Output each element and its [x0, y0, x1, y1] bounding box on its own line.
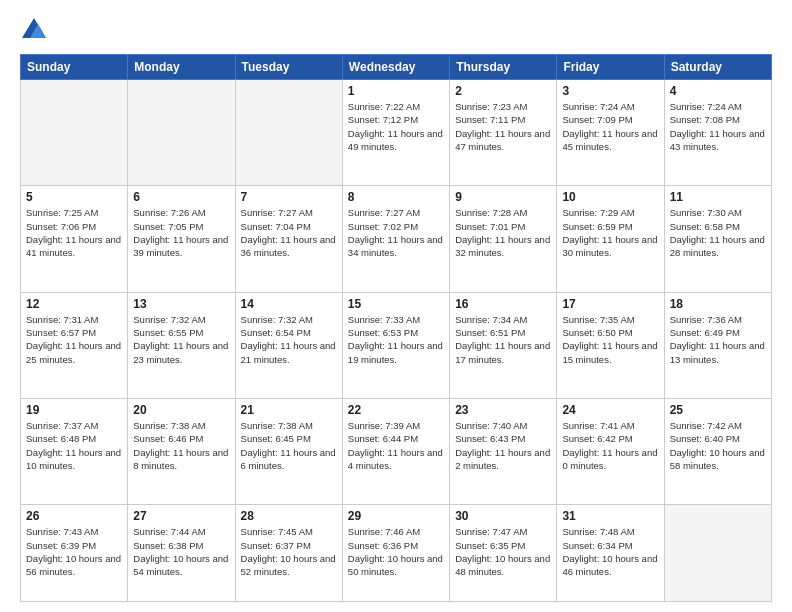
day-info: Sunrise: 7:31 AM Sunset: 6:57 PM Dayligh…: [26, 313, 122, 366]
day-info: Sunrise: 7:36 AM Sunset: 6:49 PM Dayligh…: [670, 313, 766, 366]
day-number: 12: [26, 297, 122, 311]
day-info: Sunrise: 7:42 AM Sunset: 6:40 PM Dayligh…: [670, 419, 766, 472]
day-number: 10: [562, 190, 658, 204]
day-info: Sunrise: 7:27 AM Sunset: 7:02 PM Dayligh…: [348, 206, 444, 259]
day-info: Sunrise: 7:41 AM Sunset: 6:42 PM Dayligh…: [562, 419, 658, 472]
day-number: 1: [348, 84, 444, 98]
day-number: 17: [562, 297, 658, 311]
calendar-cell: 20Sunrise: 7:38 AM Sunset: 6:46 PM Dayli…: [128, 398, 235, 504]
day-number: 16: [455, 297, 551, 311]
calendar-cell: 1Sunrise: 7:22 AM Sunset: 7:12 PM Daylig…: [342, 80, 449, 186]
day-number: 31: [562, 509, 658, 523]
calendar-cell: 10Sunrise: 7:29 AM Sunset: 6:59 PM Dayli…: [557, 186, 664, 292]
week-row-2: 5Sunrise: 7:25 AM Sunset: 7:06 PM Daylig…: [21, 186, 772, 292]
calendar-cell: 19Sunrise: 7:37 AM Sunset: 6:48 PM Dayli…: [21, 398, 128, 504]
calendar-cell: 7Sunrise: 7:27 AM Sunset: 7:04 PM Daylig…: [235, 186, 342, 292]
calendar-header: SundayMondayTuesdayWednesdayThursdayFrid…: [21, 55, 772, 80]
day-number: 8: [348, 190, 444, 204]
calendar-cell: 23Sunrise: 7:40 AM Sunset: 6:43 PM Dayli…: [450, 398, 557, 504]
day-info: Sunrise: 7:40 AM Sunset: 6:43 PM Dayligh…: [455, 419, 551, 472]
day-info: Sunrise: 7:32 AM Sunset: 6:55 PM Dayligh…: [133, 313, 229, 366]
day-info: Sunrise: 7:43 AM Sunset: 6:39 PM Dayligh…: [26, 525, 122, 578]
day-info: Sunrise: 7:45 AM Sunset: 6:37 PM Dayligh…: [241, 525, 337, 578]
day-info: Sunrise: 7:38 AM Sunset: 6:46 PM Dayligh…: [133, 419, 229, 472]
calendar-cell: 16Sunrise: 7:34 AM Sunset: 6:51 PM Dayli…: [450, 292, 557, 398]
weekday-header-wednesday: Wednesday: [342, 55, 449, 80]
calendar-cell: [21, 80, 128, 186]
calendar-cell: 13Sunrise: 7:32 AM Sunset: 6:55 PM Dayli…: [128, 292, 235, 398]
calendar-cell: 28Sunrise: 7:45 AM Sunset: 6:37 PM Dayli…: [235, 505, 342, 602]
day-number: 9: [455, 190, 551, 204]
day-number: 22: [348, 403, 444, 417]
day-number: 24: [562, 403, 658, 417]
calendar-table: SundayMondayTuesdayWednesdayThursdayFrid…: [20, 54, 772, 602]
day-info: Sunrise: 7:25 AM Sunset: 7:06 PM Dayligh…: [26, 206, 122, 259]
day-number: 19: [26, 403, 122, 417]
day-info: Sunrise: 7:35 AM Sunset: 6:50 PM Dayligh…: [562, 313, 658, 366]
day-number: 13: [133, 297, 229, 311]
logo: [20, 16, 52, 44]
calendar-cell: 5Sunrise: 7:25 AM Sunset: 7:06 PM Daylig…: [21, 186, 128, 292]
day-number: 2: [455, 84, 551, 98]
day-number: 5: [26, 190, 122, 204]
weekday-header-saturday: Saturday: [664, 55, 771, 80]
day-info: Sunrise: 7:32 AM Sunset: 6:54 PM Dayligh…: [241, 313, 337, 366]
calendar-cell: 18Sunrise: 7:36 AM Sunset: 6:49 PM Dayli…: [664, 292, 771, 398]
weekday-header-sunday: Sunday: [21, 55, 128, 80]
day-info: Sunrise: 7:34 AM Sunset: 6:51 PM Dayligh…: [455, 313, 551, 366]
day-info: Sunrise: 7:28 AM Sunset: 7:01 PM Dayligh…: [455, 206, 551, 259]
day-info: Sunrise: 7:23 AM Sunset: 7:11 PM Dayligh…: [455, 100, 551, 153]
calendar-cell: 27Sunrise: 7:44 AM Sunset: 6:38 PM Dayli…: [128, 505, 235, 602]
weekday-header-tuesday: Tuesday: [235, 55, 342, 80]
day-number: 28: [241, 509, 337, 523]
day-number: 26: [26, 509, 122, 523]
calendar-cell: [128, 80, 235, 186]
day-info: Sunrise: 7:26 AM Sunset: 7:05 PM Dayligh…: [133, 206, 229, 259]
day-number: 6: [133, 190, 229, 204]
calendar-cell: 17Sunrise: 7:35 AM Sunset: 6:50 PM Dayli…: [557, 292, 664, 398]
calendar-cell: [664, 505, 771, 602]
weekday-header-thursday: Thursday: [450, 55, 557, 80]
day-number: 27: [133, 509, 229, 523]
weekday-header-friday: Friday: [557, 55, 664, 80]
week-row-1: 1Sunrise: 7:22 AM Sunset: 7:12 PM Daylig…: [21, 80, 772, 186]
day-number: 15: [348, 297, 444, 311]
calendar-cell: 2Sunrise: 7:23 AM Sunset: 7:11 PM Daylig…: [450, 80, 557, 186]
calendar-cell: 6Sunrise: 7:26 AM Sunset: 7:05 PM Daylig…: [128, 186, 235, 292]
day-number: 30: [455, 509, 551, 523]
day-info: Sunrise: 7:47 AM Sunset: 6:35 PM Dayligh…: [455, 525, 551, 578]
calendar-cell: 15Sunrise: 7:33 AM Sunset: 6:53 PM Dayli…: [342, 292, 449, 398]
day-info: Sunrise: 7:27 AM Sunset: 7:04 PM Dayligh…: [241, 206, 337, 259]
day-number: 25: [670, 403, 766, 417]
calendar-cell: 11Sunrise: 7:30 AM Sunset: 6:58 PM Dayli…: [664, 186, 771, 292]
calendar-cell: 24Sunrise: 7:41 AM Sunset: 6:42 PM Dayli…: [557, 398, 664, 504]
day-info: Sunrise: 7:24 AM Sunset: 7:08 PM Dayligh…: [670, 100, 766, 153]
week-row-4: 19Sunrise: 7:37 AM Sunset: 6:48 PM Dayli…: [21, 398, 772, 504]
day-info: Sunrise: 7:33 AM Sunset: 6:53 PM Dayligh…: [348, 313, 444, 366]
day-number: 18: [670, 297, 766, 311]
week-row-3: 12Sunrise: 7:31 AM Sunset: 6:57 PM Dayli…: [21, 292, 772, 398]
calendar-cell: 21Sunrise: 7:38 AM Sunset: 6:45 PM Dayli…: [235, 398, 342, 504]
header: [20, 16, 772, 44]
calendar-cell: 31Sunrise: 7:48 AM Sunset: 6:34 PM Dayli…: [557, 505, 664, 602]
day-info: Sunrise: 7:44 AM Sunset: 6:38 PM Dayligh…: [133, 525, 229, 578]
day-number: 20: [133, 403, 229, 417]
calendar-body: 1Sunrise: 7:22 AM Sunset: 7:12 PM Daylig…: [21, 80, 772, 602]
day-info: Sunrise: 7:39 AM Sunset: 6:44 PM Dayligh…: [348, 419, 444, 472]
day-number: 7: [241, 190, 337, 204]
day-number: 3: [562, 84, 658, 98]
weekday-header-monday: Monday: [128, 55, 235, 80]
calendar-cell: 26Sunrise: 7:43 AM Sunset: 6:39 PM Dayli…: [21, 505, 128, 602]
calendar-cell: 12Sunrise: 7:31 AM Sunset: 6:57 PM Dayli…: [21, 292, 128, 398]
day-info: Sunrise: 7:22 AM Sunset: 7:12 PM Dayligh…: [348, 100, 444, 153]
calendar-cell: 3Sunrise: 7:24 AM Sunset: 7:09 PM Daylig…: [557, 80, 664, 186]
day-info: Sunrise: 7:38 AM Sunset: 6:45 PM Dayligh…: [241, 419, 337, 472]
calendar-cell: 30Sunrise: 7:47 AM Sunset: 6:35 PM Dayli…: [450, 505, 557, 602]
day-number: 29: [348, 509, 444, 523]
day-info: Sunrise: 7:48 AM Sunset: 6:34 PM Dayligh…: [562, 525, 658, 578]
calendar-cell: 29Sunrise: 7:46 AM Sunset: 6:36 PM Dayli…: [342, 505, 449, 602]
calendar-cell: [235, 80, 342, 186]
calendar-cell: 22Sunrise: 7:39 AM Sunset: 6:44 PM Dayli…: [342, 398, 449, 504]
day-info: Sunrise: 7:37 AM Sunset: 6:48 PM Dayligh…: [26, 419, 122, 472]
day-info: Sunrise: 7:24 AM Sunset: 7:09 PM Dayligh…: [562, 100, 658, 153]
